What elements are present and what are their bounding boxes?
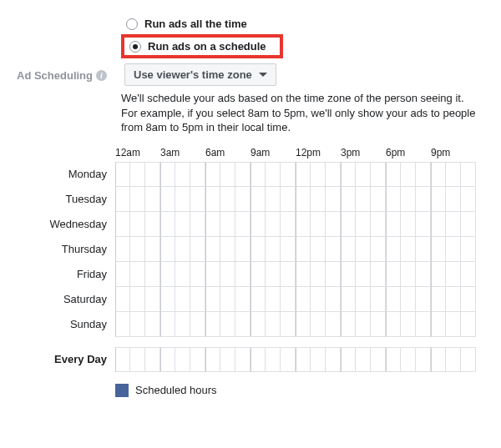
schedule-cell[interactable] bbox=[281, 187, 296, 212]
schedule-cell[interactable] bbox=[130, 262, 145, 287]
schedule-cell[interactable] bbox=[341, 262, 356, 287]
schedule-cell[interactable] bbox=[386, 212, 401, 237]
schedule-cell[interactable] bbox=[446, 162, 461, 187]
schedule-cell[interactable] bbox=[160, 212, 175, 237]
schedule-cell[interactable] bbox=[130, 212, 145, 237]
schedule-cell[interactable] bbox=[130, 237, 145, 262]
schedule-cell[interactable] bbox=[461, 287, 476, 312]
schedule-cell[interactable] bbox=[311, 237, 326, 262]
schedule-cell[interactable] bbox=[235, 287, 250, 312]
schedule-cell[interactable] bbox=[160, 187, 175, 212]
schedule-cell[interactable] bbox=[461, 187, 476, 212]
schedule-cell[interactable] bbox=[220, 187, 235, 212]
schedule-cell[interactable] bbox=[416, 212, 431, 237]
schedule-cell[interactable] bbox=[326, 312, 341, 337]
schedule-cell[interactable] bbox=[145, 347, 160, 372]
schedule-cell[interactable] bbox=[175, 162, 190, 187]
schedule-cell[interactable] bbox=[311, 162, 326, 187]
radio-run-all-time[interactable]: Run ads all the time bbox=[121, 15, 484, 33]
schedule-cell[interactable] bbox=[461, 237, 476, 262]
schedule-cell[interactable] bbox=[311, 287, 326, 312]
schedule-cell[interactable] bbox=[250, 212, 266, 237]
day-row[interactable] bbox=[115, 237, 476, 262]
day-row[interactable] bbox=[115, 187, 476, 212]
schedule-cell[interactable] bbox=[386, 287, 401, 312]
schedule-cell[interactable] bbox=[431, 212, 446, 237]
schedule-cell[interactable] bbox=[130, 162, 145, 187]
schedule-cell[interactable] bbox=[266, 262, 281, 287]
schedule-cell[interactable] bbox=[296, 187, 311, 212]
schedule-cell[interactable] bbox=[235, 312, 250, 337]
schedule-cell[interactable] bbox=[341, 162, 356, 187]
schedule-cell[interactable] bbox=[296, 162, 311, 187]
schedule-cell[interactable] bbox=[175, 312, 190, 337]
day-row[interactable] bbox=[115, 287, 476, 312]
schedule-cell[interactable] bbox=[266, 237, 281, 262]
schedule-cell[interactable] bbox=[296, 212, 311, 237]
schedule-cell[interactable] bbox=[401, 262, 416, 287]
schedule-cell[interactable] bbox=[115, 347, 130, 372]
schedule-cell[interactable] bbox=[160, 287, 175, 312]
schedule-cell[interactable] bbox=[386, 262, 401, 287]
schedule-cell[interactable] bbox=[401, 162, 416, 187]
schedule-cell[interactable] bbox=[115, 287, 130, 312]
day-row[interactable] bbox=[115, 312, 476, 337]
schedule-cell[interactable] bbox=[190, 212, 205, 237]
schedule-cell[interactable] bbox=[266, 187, 281, 212]
schedule-cell[interactable] bbox=[190, 237, 205, 262]
schedule-cell[interactable] bbox=[416, 287, 431, 312]
schedule-cell[interactable] bbox=[296, 347, 311, 372]
info-icon[interactable]: i bbox=[96, 70, 107, 81]
schedule-cell[interactable] bbox=[311, 187, 326, 212]
schedule-cell[interactable] bbox=[431, 262, 446, 287]
schedule-cell[interactable] bbox=[326, 262, 341, 287]
schedule-cell[interactable] bbox=[205, 162, 220, 187]
schedule-cell[interactable] bbox=[311, 262, 326, 287]
schedule-cell[interactable] bbox=[356, 347, 371, 372]
schedule-cell[interactable] bbox=[175, 187, 190, 212]
schedule-cell[interactable] bbox=[250, 312, 266, 337]
schedule-cell[interactable] bbox=[371, 237, 386, 262]
schedule-cell[interactable] bbox=[175, 212, 190, 237]
schedule-cell[interactable] bbox=[115, 312, 130, 337]
schedule-cell[interactable] bbox=[130, 347, 145, 372]
schedule-cell[interactable] bbox=[371, 287, 386, 312]
schedule-cell[interactable] bbox=[431, 347, 446, 372]
schedule-cell[interactable] bbox=[401, 347, 416, 372]
schedule-cell[interactable] bbox=[341, 187, 356, 212]
schedule-cell[interactable] bbox=[145, 187, 160, 212]
schedule-cell[interactable] bbox=[205, 212, 220, 237]
schedule-cell[interactable] bbox=[431, 162, 446, 187]
schedule-cell[interactable] bbox=[401, 212, 416, 237]
schedule-cell[interactable] bbox=[235, 212, 250, 237]
schedule-cell[interactable] bbox=[175, 262, 190, 287]
schedule-cell[interactable] bbox=[115, 162, 130, 187]
schedule-cell[interactable] bbox=[446, 187, 461, 212]
schedule-cell[interactable] bbox=[386, 162, 401, 187]
schedule-cell[interactable] bbox=[446, 212, 461, 237]
radio-run-on-schedule[interactable]: Run ads on a schedule bbox=[124, 38, 271, 55]
schedule-cell[interactable] bbox=[281, 162, 296, 187]
schedule-cell[interactable] bbox=[341, 287, 356, 312]
schedule-cell[interactable] bbox=[145, 237, 160, 262]
schedule-cell[interactable] bbox=[431, 312, 446, 337]
schedule-cell[interactable] bbox=[250, 237, 266, 262]
timezone-dropdown[interactable]: Use viewer's time zone bbox=[124, 63, 276, 86]
schedule-cell[interactable] bbox=[296, 312, 311, 337]
schedule-cell[interactable] bbox=[311, 212, 326, 237]
schedule-cell[interactable] bbox=[250, 287, 266, 312]
schedule-cell[interactable] bbox=[461, 262, 476, 287]
schedule-cell[interactable] bbox=[250, 262, 266, 287]
schedule-cell[interactable] bbox=[130, 287, 145, 312]
schedule-cell[interactable] bbox=[145, 287, 160, 312]
schedule-cell[interactable] bbox=[220, 347, 235, 372]
schedule-cell[interactable] bbox=[371, 162, 386, 187]
schedule-cell[interactable] bbox=[356, 162, 371, 187]
schedule-cell[interactable] bbox=[190, 262, 205, 287]
schedule-cell[interactable] bbox=[416, 162, 431, 187]
schedule-cell[interactable] bbox=[266, 312, 281, 337]
schedule-cell[interactable] bbox=[461, 312, 476, 337]
schedule-cell[interactable] bbox=[356, 262, 371, 287]
schedule-cell[interactable] bbox=[190, 347, 205, 372]
schedule-cell[interactable] bbox=[401, 187, 416, 212]
